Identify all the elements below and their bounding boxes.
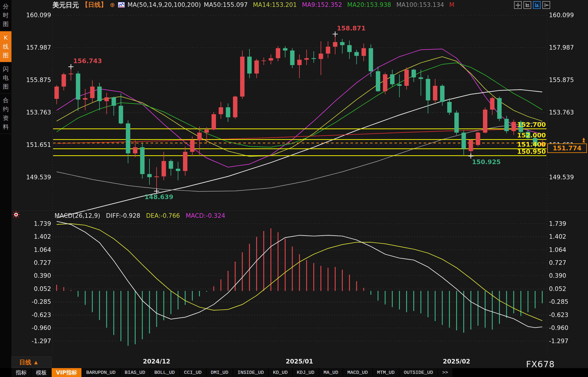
price-tick-label: 149.539 <box>22 174 51 181</box>
x-axis-month-label: 2025/02 <box>438 358 475 365</box>
panel-divider <box>11 210 588 211</box>
tab-mtm_ud[interactable]: MTM_UD <box>373 368 400 377</box>
price-tick-label: 160.099 <box>549 12 581 19</box>
tab-inside_ud[interactable]: INSIDE_UD <box>233 368 269 377</box>
tab-kd_ud[interactable]: KD_UD <box>269 368 293 377</box>
macd-tick-label: 1.064 <box>549 246 581 253</box>
macd-tick-label: -1.297 <box>549 338 581 345</box>
price-level-label: 150.950 <box>511 148 546 155</box>
macd-header: MACD(26,12,9) DIFF:-0.928 DEA:-0.766 MAC… <box>54 212 225 219</box>
tab-[interactable]: >> <box>438 368 453 377</box>
tab-[interactable]: 模板 <box>32 368 52 377</box>
macd-tick-label: 1.402 <box>22 233 51 240</box>
macd-tick-label: 0.727 <box>549 259 581 266</box>
macd-tick-label: 1.739 <box>549 220 581 227</box>
period-up-triangle-icon: ▲ <box>34 359 38 365</box>
macd-tick-label: -0.623 <box>549 312 581 318</box>
tab-[interactable]: 指标 <box>11 368 32 377</box>
tab-vip[interactable]: VIP指标 <box>52 368 82 377</box>
ma-values: MA50:155.097MA14:153.201MA9:152.352MA20:… <box>204 1 455 8</box>
chart-window: 分 时 图K 线 图闪 电 图合 约 资 料 美元日元 【日线】 ⊕ MA(50… <box>0 0 588 377</box>
price-tick-label: 160.099 <box>22 12 51 19</box>
tab-cci_ud[interactable]: CCI_UD <box>180 368 207 377</box>
sidebar-item-2[interactable]: 闪 电 图 <box>0 63 11 94</box>
tab-dmi_ud[interactable]: DMI_UD <box>207 368 233 377</box>
sidebar-item-3[interactable]: 合 约 资 料 <box>0 94 11 134</box>
price-annotation: 156.743 <box>73 57 102 65</box>
price-tick-label: 157.987 <box>549 44 581 51</box>
macd-tick-label: 1.739 <box>22 220 51 227</box>
tab-ma_ud[interactable]: MA_UD <box>319 368 343 377</box>
pan-icon[interactable] <box>514 1 522 9</box>
sidebar-item-0[interactable]: 分 时 图 <box>0 0 11 31</box>
ma-value-label: MA9:152.352 <box>302 1 342 8</box>
price-annotation: 150.925 <box>472 158 501 166</box>
macd-tick-label: 1.402 <box>549 233 581 240</box>
period-label: 日线 <box>19 358 31 366</box>
axis-play-icon[interactable] <box>533 1 541 9</box>
macd-params-label: MACD(26,12,9) <box>54 212 100 219</box>
price-tick-label: 155.875 <box>549 77 581 83</box>
ma-value-label: MA100:153.134 <box>396 1 444 8</box>
chart-canvas[interactable] <box>0 0 588 377</box>
ma-value-label: MA20:153.938 <box>347 1 391 8</box>
macd-tick-label: -0.960 <box>549 324 581 331</box>
watermark: FX678 <box>526 359 555 369</box>
price-level-label: 151.400 <box>511 141 546 148</box>
macd-tick-label: -0.285 <box>22 298 51 305</box>
x-axis-month-label: 2024/12 <box>138 358 175 365</box>
ma-value-label: MA50:155.097 <box>204 1 248 8</box>
macd-tick-label: 0.727 <box>22 259 51 266</box>
price-tick-label: 157.987 <box>22 44 51 51</box>
scroll-up-arrows-icon[interactable]: ▲▲ <box>581 137 587 142</box>
axis-scale-icon[interactable] <box>523 1 531 9</box>
macd-tick-label: -0.960 <box>22 324 51 331</box>
macd-tick-label: -0.285 <box>549 298 581 305</box>
tab-macd_ud[interactable]: MACD_UD <box>343 368 373 377</box>
macd-tick-label: 0.052 <box>549 285 581 292</box>
macd-diff-value: DIFF:-0.928 <box>106 212 141 219</box>
ma-params-label: MA(50,14,9,20,100,200) <box>128 1 201 8</box>
circle-plus-icon[interactable]: ⊕ <box>110 1 115 8</box>
sidebar-item-1[interactable]: K 线 图 <box>0 31 11 63</box>
current-price-tag: 151.774 <box>547 143 587 153</box>
chart-toolbar <box>514 1 550 9</box>
macd-macd-value: MACD:-0.324 <box>186 212 225 219</box>
price-tick-label: 149.539 <box>549 174 581 181</box>
tab-boll_ud[interactable]: BOLL_UD <box>150 368 180 377</box>
price-annotation: 158.871 <box>337 25 365 32</box>
axis-shift-icon[interactable] <box>542 1 550 9</box>
macd-tick-label: -1.297 <box>22 338 51 345</box>
ma-value-label: M <box>449 1 454 8</box>
price-tick-label: 153.763 <box>549 109 581 116</box>
price-tick-label: 151.651 <box>22 141 51 148</box>
indicator-marker-icon <box>12 211 20 220</box>
symbol-title: 美元日元 <box>52 1 79 9</box>
price-tick-label: 153.763 <box>22 109 51 116</box>
period-panel[interactable]: 日线 ▲ <box>11 357 52 368</box>
tab-outside_ud[interactable]: OUTSIDE_UD <box>400 368 438 377</box>
tab-kdj_ud[interactable]: KDJ_UD <box>293 368 319 377</box>
macd-dea-value: DEA:-0.766 <box>146 212 180 219</box>
period-tag[interactable]: 【日线】 <box>82 1 107 9</box>
ma-value-label: MA14:153.201 <box>253 1 297 8</box>
indicator-settings-icon[interactable] <box>118 2 125 8</box>
sidebar: 分 时 图K 线 图闪 电 图合 约 资 料 <box>0 0 11 368</box>
price-level-label: 152.000 <box>511 132 546 139</box>
macd-tick-label: 0.390 <box>549 272 581 279</box>
tab-barupdn_ud[interactable]: BARUPDN_UD <box>82 368 120 377</box>
price-tick-label: 155.875 <box>22 77 51 83</box>
price-level-label: 152.700 <box>511 121 546 128</box>
x-axis-month-label: 2025/01 <box>281 358 318 365</box>
macd-tick-label: 0.390 <box>22 272 51 279</box>
chart-header: 美元日元 【日线】 ⊕ MA(50,14,9,20,100,200) MA50:… <box>52 1 454 9</box>
macd-tick-label: 0.052 <box>22 285 51 292</box>
price-annotation: 148.639 <box>145 193 173 201</box>
macd-tick-label: -0.623 <box>22 312 51 318</box>
tab-bias_ud[interactable]: BIAS_UD <box>120 368 150 377</box>
macd-tick-label: 1.064 <box>22 246 51 253</box>
indicator-tabbar: 指标模板VIP指标BARUPDN_UDBIAS_UDBOLL_UDCCI_UDD… <box>0 368 588 377</box>
